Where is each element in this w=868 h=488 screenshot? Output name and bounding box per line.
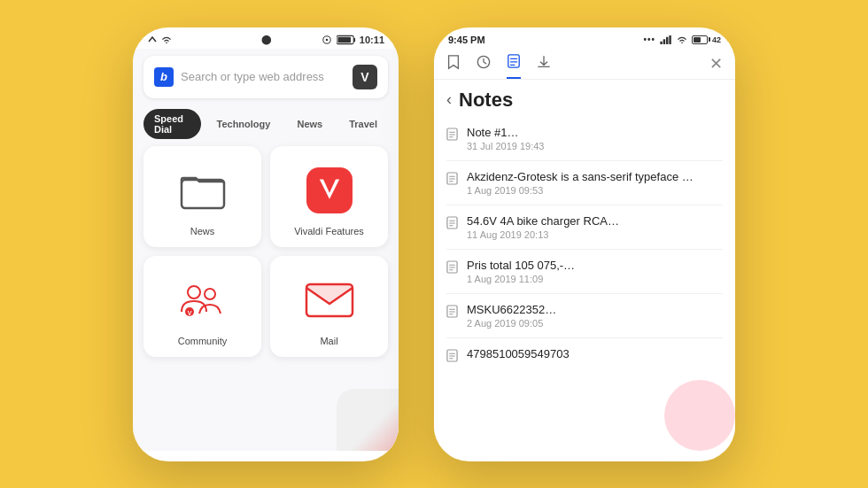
notes-icon[interactable]: [507, 54, 521, 79]
search-logo: b: [154, 67, 174, 87]
nfc-icon: [321, 35, 333, 44]
notes-title: Notes: [459, 89, 513, 112]
svg-rect-2: [353, 37, 355, 42]
android-icon: [147, 35, 158, 44]
dial-mail[interactable]: Mail: [270, 256, 388, 357]
status-bar-right: 9:45 PM •••: [434, 27, 735, 49]
note-doc-icon-3: [446, 260, 458, 276]
download-icon[interactable]: [537, 55, 551, 78]
clock-icon[interactable]: [477, 55, 491, 78]
dial-vivaldi[interactable]: Vivaldi Features: [270, 146, 388, 247]
note-date-2: 11 Aug 2019 20:13: [467, 229, 723, 240]
wifi-icon-right: [677, 35, 687, 44]
svg-text:V: V: [187, 310, 191, 316]
note-date-4: 2 Aug 2019 09:05: [467, 318, 723, 329]
note-content-0: Note #1… 31 Jul 2019 19:43: [467, 126, 723, 151]
note-doc-icon-4: [446, 305, 458, 321]
tab-technology[interactable]: Technology: [206, 114, 282, 134]
note-item-2[interactable]: 54.6V 4A bike charger RCA… 11 Aug 2019 2…: [446, 205, 723, 250]
note-item-4[interactable]: MSKU6622352… 2 Aug 2019 09:05: [446, 294, 723, 338]
notes-toolbar: ✕: [434, 49, 735, 80]
toolbar-icons: [446, 54, 551, 79]
dial-vivaldi-label: Vivaldi Features: [294, 226, 364, 236]
search-placeholder: Search or type web address: [181, 70, 345, 83]
note-date-1: 1 Aug 2019 09:53: [467, 185, 723, 196]
note-content-3: Pris total 105 075,-… 1 Aug 2019 11:09: [467, 259, 723, 284]
email-icon: [303, 274, 356, 327]
tab-bar: Speed Dial Technology News Travel: [133, 105, 399, 146]
phones-container: ⬤ 10:11 b Search or: [133, 27, 735, 461]
search-bar[interactable]: b Search or type web address V: [143, 56, 388, 98]
vivaldi-menu-button[interactable]: V: [353, 65, 377, 89]
note-title-5: 4798510059549703: [467, 347, 723, 360]
time-right: 9:45 PM: [448, 35, 485, 45]
svg-rect-4: [182, 180, 224, 208]
note-content-4: MSKU6622352… 2 Aug 2019 09:05: [467, 303, 723, 329]
note-content-1: Akzidenz-Grotesk is a sans-serif typefac…: [467, 170, 723, 196]
tab-speed-dial[interactable]: Speed Dial: [143, 109, 201, 139]
status-left-icons: [147, 35, 172, 44]
note-doc-icon-1: [446, 172, 458, 188]
signal-icon-right: [660, 35, 672, 44]
vivaldi-logo-icon: [303, 164, 356, 217]
dial-community-label: Community: [178, 336, 228, 346]
note-title-2: 54.6V 4A bike charger RCA…: [467, 214, 723, 228]
speed-dial-grid: News Vivaldi Features: [133, 146, 399, 357]
svg-rect-10: [660, 41, 663, 43]
battery-right: 42: [692, 35, 721, 44]
note-content-2: 54.6V 4A bike charger RCA… 11 Aug 2019 2…: [467, 214, 723, 240]
bookmark-icon[interactable]: [446, 54, 461, 79]
corner-decoration: [310, 362, 399, 451]
left-phone-content: b Search or type web address V Speed Dia…: [133, 49, 399, 451]
wifi-icon-left: [161, 35, 172, 44]
note-title-0: Note #1…: [467, 126, 723, 139]
note-item-5[interactable]: 4798510059549703: [446, 338, 723, 374]
tab-news[interactable]: News: [286, 114, 333, 134]
note-date-0: 31 Jul 2019 19:43: [467, 141, 723, 151]
notes-header: ‹ Notes: [434, 80, 735, 117]
left-phone: ⬤ 10:11 b Search or: [133, 27, 399, 461]
svg-rect-11: [663, 39, 666, 44]
note-doc-icon-0: [446, 128, 458, 143]
note-item-0[interactable]: Note #1… 31 Jul 2019 19:43: [446, 117, 723, 161]
status-right-right: ••• 42: [643, 35, 721, 44]
note-doc-icon-5: [446, 349, 458, 365]
svg-point-5: [188, 286, 200, 298]
back-button[interactable]: ‹: [446, 90, 452, 109]
close-button[interactable]: ✕: [709, 54, 723, 79]
note-title-4: MSKU6622352…: [467, 303, 723, 316]
dial-community[interactable]: V Community: [143, 256, 261, 357]
svg-point-0: [326, 38, 329, 41]
time-left: 10:11: [360, 35, 384, 45]
dial-mail-label: Mail: [320, 336, 337, 346]
note-title-3: Pris total 105 075,-…: [467, 259, 723, 272]
svg-point-6: [205, 289, 215, 299]
dots-icon: •••: [643, 35, 655, 44]
note-doc-icon-2: [446, 216, 458, 232]
status-bar-left: ⬤ 10:11: [133, 27, 399, 49]
right-phone-content: ✕ ‹ Notes Note #1…: [434, 49, 735, 451]
note-date-3: 1 Aug 2019 11:09: [467, 274, 723, 284]
dial-news-label: News: [190, 226, 215, 236]
folder-icon: [176, 164, 229, 217]
dial-news[interactable]: News: [143, 146, 261, 247]
tab-travel[interactable]: Travel: [338, 114, 388, 134]
svg-rect-3: [337, 36, 351, 42]
notch-dot: ⬤: [261, 35, 271, 44]
svg-rect-13: [669, 35, 671, 44]
note-content-5: 4798510059549703: [467, 347, 723, 362]
svg-rect-12: [666, 36, 669, 43]
note-title-1: Akzidenz-Grotesk is a sans-serif typefac…: [467, 170, 723, 183]
note-item-1[interactable]: Akzidenz-Grotesk is a sans-serif typefac…: [446, 161, 723, 205]
status-right-icons: 10:11: [321, 35, 384, 45]
right-phone-bg-decoration: [664, 380, 735, 451]
right-phone: 9:45 PM •••: [434, 27, 735, 461]
battery-icon-left: [337, 35, 356, 45]
people-icon: V: [176, 274, 229, 327]
notes-list: Note #1… 31 Jul 2019 19:43 Akzidenz-Grot…: [434, 117, 735, 374]
note-item-3[interactable]: Pris total 105 075,-… 1 Aug 2019 11:09: [446, 250, 723, 294]
